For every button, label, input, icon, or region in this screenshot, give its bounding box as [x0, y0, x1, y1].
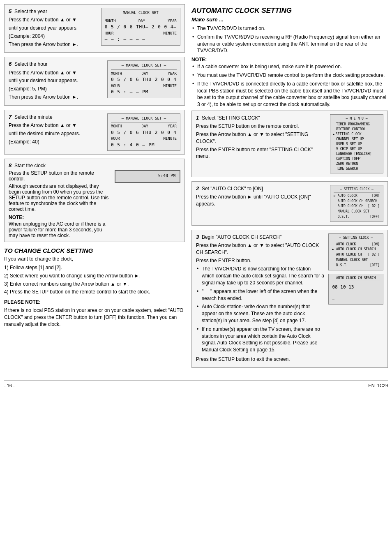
menu-item-2: ►SETTING CLOCK [333, 132, 380, 137]
step-5-number: 5 [9, 8, 12, 14]
change-section-intro: If you want to change the clock, [4, 256, 185, 263]
step-5-line1: Press the Arrow button ▲ or ▼ [9, 16, 97, 23]
step-6-inner: 6 Select the hour Press the Arrow button… [9, 60, 180, 102]
please-note-title: PLEASE NOTE: [4, 299, 185, 306]
right-step-2-inner: 2 Set "AUTO CLOCK" to [ON] Press the Arr… [196, 185, 383, 222]
footer-lang-code: EN 1C29 [368, 383, 388, 388]
step-7-lcd-title: – MANUAL CLOCK SET – [111, 116, 177, 123]
step-6-lcd-row2-labels: HOUR MINUTE [111, 83, 177, 89]
step-5-lcd-row2-labels: HOUR MINUTE [105, 31, 177, 37]
make-sure-bullet-2: Confirm the TV/VCR/DVD is receiving a RF… [191, 34, 388, 54]
step-7-lcd-row1-labels: MONTH DAY YEAR [111, 124, 177, 129]
right-step-2-row-0: ► AUTO CLOCK[ON] [334, 194, 380, 199]
step-5-lcd: – MANUAL CLOCK SET – MONTH DAY YEAR 0 5 … [101, 8, 180, 46]
step-5-line2: until your desired year appears. [9, 25, 97, 32]
footer-lang: EN [368, 383, 374, 388]
change-item-2: 2) Select where you want to change using… [4, 272, 185, 279]
right-step-3-number: 3 [196, 234, 199, 240]
right-step-3-row-2: AUTO CLOCK CH[ 02 ] [332, 252, 380, 258]
step-5-lcd-row1-vals: 0 5 / 0 6 THU– 2 0 0 4– [105, 24, 177, 31]
right-step-3-bullets: The TV/VCR/DVD is now searching for the … [196, 265, 324, 353]
right-step-2-setting-lcd: – SETTING CLOCK – ► AUTO CLOCK[ON] AUTO … [330, 185, 383, 222]
menu-item-7: CAPTION [OFF] [333, 157, 380, 162]
step-5-box: 5 Select the year Press the Arrow button… [4, 4, 185, 53]
change-steps-list: 1) Follow steps [1] and [2]. 2) Select w… [4, 264, 185, 295]
right-step-3-search-lcd: – AUTO CLOCK CH SEARCH – 08 10 13 – [328, 274, 383, 305]
step-6-lcd-title: – MANUAL CLOCK SET – [111, 63, 177, 70]
right-note-title: NOTE: [191, 57, 388, 62]
right-step-3-bullet-3: Auto Clock station- write down the numbe… [196, 303, 324, 324]
step-8-note-text: When unplugging the AC cord or if there … [9, 221, 111, 238]
right-step-2-lcd-title: – SETTING CLOCK – [334, 187, 380, 193]
step-7-line3: (Example: 40) [9, 138, 103, 145]
right-step-3-setting-lcd: – SETTING CLOCK – AUTO CLOCK[ON] ► AUTO … [328, 233, 383, 270]
right-step-3-bullet-1: The TV/VCR/DVD is now searching for the … [196, 265, 324, 286]
step-6-lcd-row2-vals: 0 5 : – – PM [111, 89, 177, 96]
step-5-line4: Then press the Arrow button ►. [9, 41, 97, 48]
step-7-lcd-row2-vals: 0 5 : 4 0 – PM [111, 142, 177, 149]
make-sure-bullet-1: The TV/VCR/DVD is turned on. [191, 25, 388, 32]
right-step-2-text: 2 Set "AUTO CLOCK" to [ON] Press the Arr… [196, 185, 326, 209]
right-step-2-row-4: D.S.T.[OFF] [334, 215, 380, 220]
step-6-title: Select the hour [14, 61, 48, 67]
step-8-line1: Press the SETUP button on the remote con… [9, 170, 111, 182]
right-step-2-title: Set "AUTO CLOCK" to [ON] [202, 186, 263, 192]
change-item-4: 4) Press the SETUP button on the remote … [4, 289, 185, 295]
right-step-1-title: Select "SETTING CLOCK" [202, 115, 260, 121]
step-5-line3: (Example: 2004) [9, 33, 97, 40]
footer-code: 1C29 [377, 383, 388, 388]
right-step-1-number: 1 [196, 115, 199, 121]
step-8-box: 8 Start the clock Press the SETUP button… [4, 159, 185, 242]
step-5-text: 5 Select the year Press the Arrow button… [9, 8, 97, 49]
step-6-lcd: – MANUAL CLOCK SET – MONTH DAY YEAR 0 5 … [107, 60, 180, 98]
change-section: TO CHANGE CLOCK SETTING If you want to c… [4, 247, 185, 328]
step-6-lcd-row1-vals: 0 5 / 0 6 THU 2 0 0 4 [111, 76, 177, 83]
right-step-3-lcd-title: – SETTING CLOCK – [332, 235, 380, 241]
right-step-3-end: Press the SETUP button to exit the scree… [196, 356, 324, 363]
step-8-clock-time: 5:40 PM [120, 173, 175, 178]
menu-item-3: CHANNEL SET UP [333, 137, 380, 142]
right-step-1-inner: 1 Select "SETTING CLOCK" Press the SETUP… [196, 114, 383, 173]
step-7-lcd-row2-labels: HOUR MINUTE [111, 136, 177, 142]
step-6-line2: until your desired hour appears. [9, 77, 103, 84]
menu-item-5: V-CHIP SET UP [333, 147, 380, 152]
step-8-text: Press the SETUP button on the remote con… [9, 170, 111, 238]
right-step-3-title: Begin "AUTO CLOCK CH SEARCH" [202, 234, 281, 240]
step-5-lcd-minute: MINUTE [163, 31, 177, 37]
step-8-clock-lcd: 5:40 PM [115, 170, 180, 183]
step-8-line2: Although seconds are not displayed, they… [9, 183, 111, 212]
menu-item-4: USER'S SET UP [333, 142, 380, 147]
step-8-title: Start the clock [14, 163, 46, 169]
auto-clock-title: AUTOMATIC CLOCK SETTING [191, 7, 388, 15]
step-6-line1: Press the Arrow button ▲ or ▼ [9, 69, 103, 76]
right-step-1-line2: Press the Arrow button ▲ or ▼ to select … [196, 131, 326, 145]
step-5-lcd-hour: HOUR [105, 31, 114, 37]
step-6-box: 6 Select the hour Press the Arrow button… [4, 57, 185, 105]
step-5-inner: 5 Select the year Press the Arrow button… [9, 8, 180, 49]
page-layout: 5 Select the year Press the Arrow button… [4, 4, 388, 372]
step-8-note-title: NOTE: [9, 215, 111, 220]
step-6-lcd-row1-labels: MONTH DAY YEAR [111, 71, 177, 77]
search-lcd-title: – AUTO CLOCK CH SEARCH – [332, 276, 380, 282]
right-step-1-menu-lcd: – M E N U – TIMER PROGRAMMING PICTURE CO… [330, 114, 383, 173]
step-5-lcd-row1-labels: MONTH DAY YEAR [105, 18, 177, 24]
right-step-2-row-3: MANUAL CLOCK SET [334, 209, 380, 215]
make-sure-subtitle: Make sure ... [191, 16, 388, 23]
change-section-title: TO CHANGE CLOCK SETTING [4, 247, 185, 254]
step-7-box: 7 Select the minute Press the Arrow butt… [4, 110, 185, 155]
menu-item-9: TIME SEARCH [333, 166, 380, 171]
right-step-3-line1: Press the Arrow button ▲ or ▼ to select … [196, 242, 324, 256]
step-6-line4: Then press the Arrow button ►. [9, 94, 103, 101]
menu-title: – M E N U – [333, 116, 380, 121]
make-sure-bullets: The TV/VCR/DVD is turned on. Confirm the… [191, 25, 388, 54]
right-step-3-row-0: AUTO CLOCK[ON] [332, 242, 380, 247]
right-step-1-box: 1 Select "SETTING CLOCK" Press the SETUP… [191, 111, 388, 177]
please-note-text: If there is no local PBS station in your… [4, 307, 185, 328]
page-footer: - 16 - EN 1C29 [4, 380, 388, 388]
right-note-bullet-2: You must use the TV/VCR/DVD remote contr… [191, 72, 388, 79]
menu-item-1: PICTURE CONTROL [333, 127, 380, 132]
search-lcd-value: 08 10 13 [332, 282, 380, 293]
change-item-3: 3) Enter correct numbers using the Arrow… [4, 281, 185, 288]
right-step-2-box: 2 Set "AUTO CLOCK" to [ON] Press the Arr… [191, 181, 388, 226]
right-step-3-text: 3 Begin "AUTO CLOCK CH SEARCH" Press the… [196, 233, 324, 364]
